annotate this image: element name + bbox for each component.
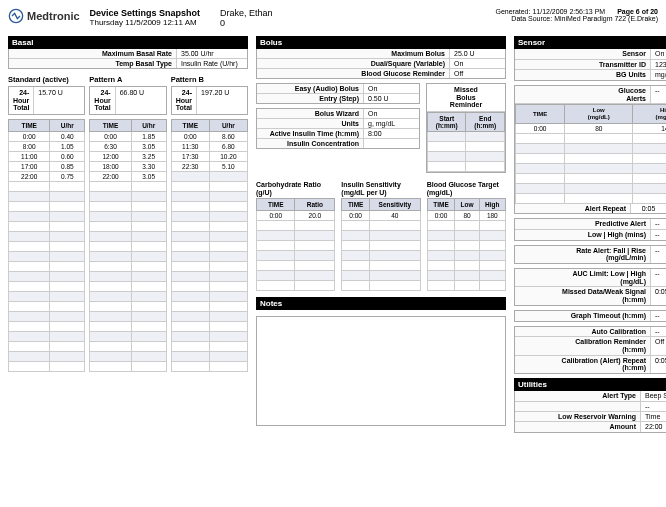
carb-ratio-title: Carbohydrate Ratio (g/U) (256, 181, 335, 196)
low-high-mins-value: -- (651, 230, 666, 240)
table-row (90, 302, 166, 312)
table-row (9, 242, 85, 252)
table-row (90, 332, 166, 342)
entry-step-label: Entry (Step) (257, 94, 364, 103)
brand-text: Medtronic (27, 10, 80, 22)
table-row (515, 193, 666, 203)
table-row (90, 342, 166, 352)
bg-target-title: Blood Glucose Target (mg/dL) (427, 181, 506, 196)
basal-column: Basal Maximum Basal Rate 35.00 U/hr Temp… (8, 36, 248, 372)
table-row (171, 342, 247, 352)
calibration-alert-repeat-label: Calibration (Alert) Repeat (h:mm) (515, 356, 651, 373)
units-label: Units (257, 119, 364, 128)
table-row (171, 332, 247, 342)
table-row (171, 212, 247, 222)
table-row (90, 242, 166, 252)
table-row (171, 202, 247, 212)
bg-reminder-value: Off (450, 69, 505, 78)
basal-rate-table: TIMEU/hr0:000.408:001.0511:000.6017:000.… (8, 119, 85, 372)
rate-alert-label: Rate Alert: Fall | Rise (mg/dL/min) (515, 246, 651, 263)
easy-bolus-label: Easy (Audio) Bolus (257, 84, 364, 93)
pattern-total-label: 24-Hour Total (9, 87, 34, 114)
table-row (9, 352, 85, 362)
table-row (9, 222, 85, 232)
table-row (90, 322, 166, 332)
table-row: 11:000.60 (9, 152, 85, 162)
table-row (90, 192, 166, 202)
transmitter-id-value: 1234567 (651, 60, 666, 70)
table-row (515, 173, 666, 183)
calibration-reminder-label: Calibration Reminder (h:mm) (515, 337, 651, 354)
table-row (90, 182, 166, 192)
active-insulin-time-label: Active Insulin Time (h:mm) (257, 129, 364, 138)
table-row (9, 332, 85, 342)
table-row (515, 183, 666, 193)
low-reservoir-value: Time (641, 412, 666, 422)
table-row (515, 143, 666, 153)
bolus-column: Bolus Maximum Bolus25.0 U Dual/Square (V… (256, 36, 506, 426)
missed-bolus-title: Missed Bolus Reminder (427, 84, 505, 112)
transmitter-id-label: Transmitter ID (515, 60, 651, 70)
patient-name: Drake, Ethan (220, 8, 273, 18)
table-row (90, 222, 166, 232)
table-row (9, 232, 85, 242)
predictive-alert-label: Predictive Alert (515, 219, 651, 229)
table-row (171, 312, 247, 322)
generated-ts: Generated: 11/12/2009 2:56:13 PM (495, 8, 605, 15)
insulin-sens-title: Insulin Sensitivity (mg/dL per U) (341, 181, 420, 196)
table-row (515, 133, 666, 143)
units-value: g, mg/dL (364, 119, 419, 128)
auto-calibration-value: -- (651, 327, 666, 337)
table-row: 18:003.30 (90, 162, 166, 172)
table-row (171, 282, 247, 292)
insulin-conc-label: Insulin Concentration (257, 139, 364, 148)
table-row (342, 241, 420, 251)
table-row: 17:3010.20 (171, 152, 247, 162)
glucose-alerts-value: -- (651, 86, 666, 103)
table-row (9, 342, 85, 352)
table-row: 8:001.05 (9, 142, 85, 152)
table-row (171, 262, 247, 272)
table-row (9, 202, 85, 212)
table-row: 22:000.75 (9, 172, 85, 182)
table-row (90, 292, 166, 302)
temp-basal-type-label: Temp Basal Type (9, 59, 177, 68)
table-row: 0:0020.0 (256, 211, 334, 221)
report-header: Medtronic Device Settings Snapshot Thurs… (8, 8, 658, 28)
max-bolus-label: Maximum Bolus (257, 49, 450, 58)
alert-type-value: Beep Short (641, 391, 666, 401)
auc-limit-label: AUC Limit: Low | High (mg/dL) (515, 269, 651, 286)
insulin-conc-value (364, 139, 419, 148)
table-row (256, 251, 334, 261)
predictive-alert-value: -- (651, 219, 666, 229)
patient-block: Drake, Ethan 0 (220, 8, 273, 28)
table-row (171, 222, 247, 232)
temp-basal-type-value: Insulin Rate (U/hr) (177, 59, 247, 68)
table-row (90, 252, 166, 262)
table-row (427, 281, 505, 291)
missed-weak-value: 0:05 (651, 287, 666, 304)
table-row (9, 252, 85, 262)
amount-value: 22:00 (641, 422, 666, 432)
amount-label: Amount (515, 422, 641, 432)
missed-end-header: End (h:mm) (466, 113, 505, 132)
pattern-total-value: 66.80 U (116, 87, 166, 114)
table-row (9, 262, 85, 272)
glucose-alerts-label: Glucose Alerts (515, 86, 651, 103)
basal-pattern: Standard (active) 24-Hour Total15.70 U T… (8, 75, 85, 372)
data-source: Data Source: MiniMed Paradigm 722 (E.Dra… (495, 15, 658, 22)
table-row: 22:003.05 (90, 172, 166, 182)
carb-ratio-table: TIMERatio0:0020.0 (256, 198, 335, 291)
sensor-on-label: Sensor (515, 49, 651, 59)
table-row (342, 261, 420, 271)
alert-repeat-low: 0:05 (631, 204, 666, 214)
table-row (9, 302, 85, 312)
basal-rate-table: TIMEU/hr0:008.6011:306.8017:3010.2022:30… (171, 119, 248, 372)
table-row (9, 362, 85, 372)
table-row: 0:0080180 (427, 211, 505, 221)
notes-heading: Notes (256, 297, 506, 310)
table-row (9, 312, 85, 322)
bolus-heading: Bolus (256, 36, 506, 49)
table-row (90, 262, 166, 272)
table-row (342, 231, 420, 241)
